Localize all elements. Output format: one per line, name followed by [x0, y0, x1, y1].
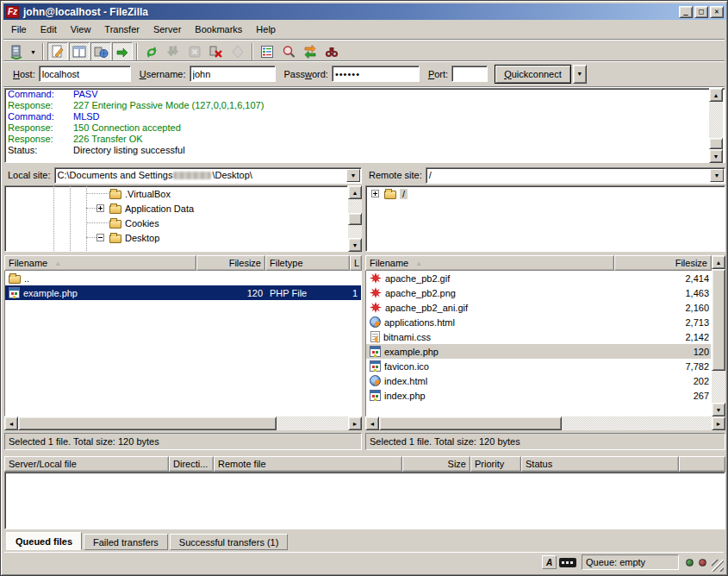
scroll-left-icon[interactable]: ◄ — [365, 416, 379, 430]
tree-item-desktop[interactable]: Desktop — [5, 230, 347, 245]
toggle-remote-tree-button[interactable] — [90, 42, 111, 61]
file-row[interactable]: favicon.ico 7,782 — [366, 359, 711, 373]
tab-queued-files[interactable]: Queued files — [6, 532, 82, 550]
expand-icon[interactable] — [371, 190, 379, 197]
file-row[interactable]: bitnami.css 2,142 — [366, 329, 711, 344]
local-horizontal-scrollbar[interactable]: ◄ ► — [4, 416, 362, 430]
scroll-down-icon[interactable]: ▼ — [709, 149, 723, 163]
html-file-icon — [370, 375, 381, 386]
column-header-direction[interactable]: Directi... — [169, 456, 214, 472]
combo-dropdown-icon[interactable]: ▼ — [710, 169, 724, 182]
filezilla-app-icon[interactable]: Fz — [6, 6, 19, 18]
remote-vertical-scrollbar[interactable]: ▲ ▼ — [712, 255, 725, 416]
scroll-right-icon[interactable]: ► — [348, 416, 362, 430]
scrollbar-thumb[interactable] — [18, 416, 277, 430]
username-input[interactable] — [190, 66, 276, 82]
column-header-priority[interactable]: Priority — [470, 456, 521, 472]
quickconnect-button[interactable]: Quickconnect — [495, 65, 571, 84]
combo-dropdown-icon[interactable]: ▼ — [346, 169, 360, 182]
filename-filters-button[interactable] — [257, 42, 277, 61]
column-header-filetype[interactable]: Filetype — [265, 255, 350, 271]
scroll-up-icon[interactable]: ▲ — [712, 255, 725, 269]
scrollbar-thumb[interactable] — [348, 213, 362, 225]
local-directory-tree: .VirtualBox Application Data Cookies Des… — [4, 185, 348, 252]
directory-comparison-button[interactable] — [278, 42, 299, 61]
process-queue-button[interactable] — [163, 42, 184, 61]
cancel-operation-button[interactable] — [184, 42, 205, 61]
scrollbar-thumb[interactable] — [379, 416, 562, 430]
remote-horizontal-scrollbar[interactable]: ◄ ► — [365, 416, 725, 430]
scrollbar-thumb[interactable] — [712, 269, 725, 371]
scroll-up-icon[interactable]: ▲ — [348, 185, 362, 199]
scroll-left-icon[interactable]: ◄ — [4, 416, 18, 430]
file-row[interactable]: apache_pb2.gif 2,414 — [366, 271, 711, 285]
file-row[interactable]: apache_pb2_ani.gif 2,160 — [366, 300, 711, 315]
maximize-button[interactable]: □ — [694, 6, 708, 18]
column-header-filename[interactable]: Filename▲ — [365, 255, 614, 271]
host-input[interactable] — [39, 66, 131, 82]
column-header-server-local-file[interactable]: Server/Local file — [4, 456, 169, 472]
column-header-size[interactable]: Size — [402, 456, 470, 472]
column-header-filesize[interactable]: Filesize — [196, 255, 265, 271]
column-header-lastmodified[interactable]: L — [350, 255, 362, 271]
column-header-remote-file[interactable]: Remote file — [214, 456, 402, 472]
find-files-button[interactable] — [321, 42, 342, 61]
menu-bookmarks[interactable]: Bookmarks — [188, 22, 249, 36]
scroll-up-icon[interactable]: ▲ — [709, 88, 723, 102]
close-button[interactable]: ✕ — [710, 6, 724, 18]
toggle-message-log-button[interactable] — [47, 42, 68, 61]
tree-item-virtualbox[interactable]: .VirtualBox — [5, 186, 347, 201]
synchronized-browsing-button[interactable] — [300, 42, 320, 61]
resize-grip[interactable] — [712, 560, 724, 572]
scrollbar-thumb[interactable] — [709, 138, 723, 149]
reconnect-button[interactable] — [227, 42, 248, 61]
column-header-filesize[interactable]: Filesize — [614, 255, 712, 271]
file-row-parent-dir[interactable]: .. — [5, 271, 361, 285]
log-vertical-scrollbar[interactable]: ▲ ▼ — [709, 88, 723, 163]
tree-item-application-data[interactable]: Application Data — [5, 201, 347, 216]
image-file-icon — [370, 272, 382, 284]
scroll-right-icon[interactable]: ► — [712, 416, 725, 430]
collapse-icon[interactable] — [96, 234, 104, 241]
menu-edit[interactable]: Edit — [34, 22, 64, 36]
column-header-filename[interactable]: Filename▲ — [4, 255, 196, 271]
folder-icon — [109, 205, 121, 214]
file-row[interactable]: apache_pb2.png 1,463 — [366, 285, 711, 300]
tab-successful-transfers[interactable]: Successful transfers (1) — [170, 534, 289, 550]
log-line: Status:Directory listing successful — [5, 145, 725, 156]
minimize-button[interactable]: _ — [679, 6, 693, 18]
expand-icon[interactable] — [96, 204, 104, 212]
password-input[interactable] — [332, 66, 420, 82]
speed-limit-icon[interactable] — [559, 558, 576, 567]
menu-transfer[interactable]: Transfer — [97, 22, 146, 36]
ascii-transfer-type-icon[interactable]: A — [542, 555, 557, 569]
toggle-transfer-queue-button[interactable] — [112, 42, 133, 61]
scroll-down-icon[interactable]: ▼ — [348, 238, 362, 252]
remote-path-combo[interactable]: / ▼ — [426, 167, 725, 184]
site-manager-dropdown-arrow[interactable]: ▼ — [28, 42, 39, 61]
file-row-selected[interactable]: example.php 120 — [366, 344, 711, 359]
site-manager-button[interactable] — [6, 42, 27, 61]
file-row[interactable]: applications.html 2,713 — [366, 315, 711, 329]
local-tree-vertical-scrollbar[interactable]: ▲ ▼ — [348, 185, 362, 252]
disconnect-button[interactable] — [206, 42, 227, 61]
binoculars-icon — [324, 44, 339, 59]
tree-item-cookies[interactable]: Cookies — [5, 216, 347, 230]
menu-file[interactable]: File — [4, 22, 34, 36]
local-path-combo[interactable]: C:\Documents and Settings\Desktop\ ▼ — [54, 167, 362, 184]
file-row[interactable]: index.php 267 — [366, 388, 711, 403]
port-input[interactable] — [451, 66, 488, 82]
column-header-status[interactable]: Status — [521, 456, 679, 472]
file-row[interactable]: index.html 202 — [366, 373, 711, 388]
refresh-button[interactable] — [141, 42, 162, 61]
file-row-example-php[interactable]: example.php 120 PHP File 1 — [5, 285, 361, 300]
scroll-down-icon[interactable]: ▼ — [712, 403, 725, 416]
toggle-local-tree-button[interactable] — [69, 42, 90, 61]
menu-help[interactable]: Help — [249, 22, 283, 36]
tab-failed-transfers[interactable]: Failed transfers — [84, 534, 168, 550]
quickconnect-dropdown-arrow[interactable]: ▼ — [573, 65, 587, 84]
menu-server[interactable]: Server — [146, 22, 188, 36]
tree-item-root[interactable]: / — [366, 186, 725, 201]
menu-view[interactable]: View — [64, 22, 98, 36]
transfer-queue-list[interactable] — [4, 472, 725, 529]
